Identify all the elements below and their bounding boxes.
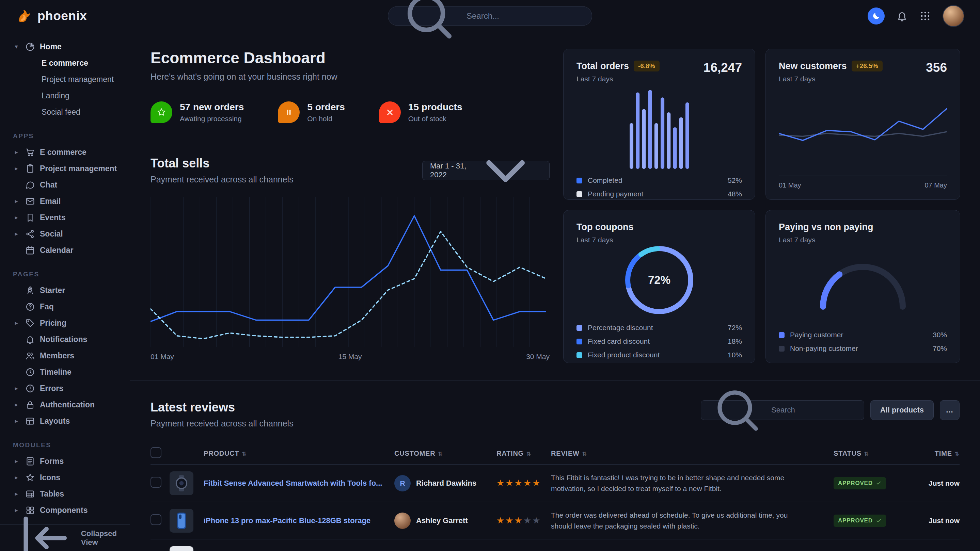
global-search[interactable]	[388, 6, 592, 26]
column-header-status[interactable]: STATUS⇅	[834, 449, 912, 457]
sidebar-item-calendar[interactable]: Calendar	[0, 242, 130, 258]
product-image[interactable]	[170, 472, 193, 495]
sidebar-item-forms[interactable]: ▸Forms	[0, 453, 130, 469]
sidebar-item-authentication[interactable]: ▸Authentication	[0, 397, 130, 413]
sidebar-item-chat[interactable]: Chat	[0, 177, 130, 193]
sidebar-item-project-management[interactable]: ▸Project management	[0, 160, 130, 177]
rating-stars: ★★★★★	[496, 478, 541, 488]
caret-right-icon: ▸	[12, 401, 21, 408]
apps-grid-button[interactable]	[920, 10, 931, 22]
global-search-input[interactable]	[466, 11, 583, 21]
paying-chart	[779, 244, 947, 323]
theme-toggle-button[interactable]	[868, 8, 885, 24]
row-checkbox[interactable]	[151, 514, 161, 525]
sidebar-item-notifications[interactable]: Notifications	[0, 331, 130, 348]
legend-label: Paying customer	[790, 331, 843, 339]
customer-avatar: R	[394, 475, 410, 491]
sort-icon[interactable]: ⇅	[864, 451, 869, 457]
mail-icon	[25, 196, 35, 206]
sidebar-item-events[interactable]: ▸Events	[0, 209, 130, 225]
column-header-rating[interactable]: RATING⇅	[496, 449, 551, 457]
column-header-review[interactable]: REVIEW⇅	[551, 449, 834, 457]
column-header-time[interactable]: TIME⇅	[912, 449, 959, 457]
caret-right-icon: ▸	[12, 197, 21, 205]
sidebar-item-e-commerce[interactable]: E commerce	[0, 55, 130, 71]
profile-avatar[interactable]	[943, 5, 964, 27]
sidebar-item-project-management[interactable]: Project management	[0, 71, 130, 87]
pie-icon	[25, 42, 35, 52]
sidebar-item-faq[interactable]: Faq	[0, 299, 130, 315]
product-image[interactable]	[170, 509, 193, 533]
product-link[interactable]: iPhone 13 pro max-Pacific Blue-128GB sto…	[204, 516, 394, 525]
product-image[interactable]	[170, 546, 193, 551]
sidebar-item-email[interactable]: ▸Email	[0, 193, 130, 209]
top-coupons-legend: Percentage discount72%Fixed card discoun…	[576, 318, 742, 359]
sidebar-section-apps: APPS	[0, 120, 130, 144]
sidebar-item-social[interactable]: ▸Social	[0, 225, 130, 242]
sidebar-item-starter[interactable]: Starter	[0, 282, 130, 299]
row-checkbox[interactable]	[151, 477, 161, 488]
sidebar-item-label: Tables	[40, 489, 64, 499]
customer-name[interactable]: Ashley Garrett	[416, 516, 468, 525]
total-sells-chart	[151, 197, 550, 347]
all-products-button[interactable]: All products	[870, 400, 934, 420]
sidebar-item-landing[interactable]: Landing	[0, 87, 130, 104]
sort-icon[interactable]: ⇅	[527, 451, 531, 457]
reviews-search[interactable]	[701, 400, 864, 420]
column-header-customer[interactable]: CUSTOMER⇅	[394, 449, 496, 457]
notifications-button[interactable]	[896, 10, 908, 22]
sidebar-item-e-commerce[interactable]: ▸E commerce	[0, 144, 130, 160]
sidebar-item-label: Timeline	[40, 368, 72, 377]
latest-reviews-section: Latest reviews Payment received across a…	[130, 381, 980, 551]
caret-right-icon: ▸	[12, 474, 21, 481]
sidebar-item-label: Faq	[40, 302, 54, 311]
customer-name[interactable]: Richard Dawkins	[416, 479, 476, 488]
bell-icon	[896, 10, 908, 22]
sidebar-item-home[interactable]: ▾Home	[0, 38, 130, 55]
caret-right-icon: ▸	[12, 490, 21, 497]
sidebar-item-label: Project management	[40, 164, 117, 173]
column-header-product[interactable]: PRODUCT⇅	[204, 449, 394, 457]
legend-value: 10%	[728, 351, 742, 359]
product-link[interactable]: Fitbit Sense Advanced Smartwatch with To…	[204, 479, 394, 488]
page-title: Ecommerce Dashboard	[151, 49, 550, 67]
total-orders-badge: -6.8%	[634, 60, 660, 71]
sidebar-item-pricing[interactable]: ▸Pricing	[0, 315, 130, 331]
brand[interactable]: phoenix	[16, 8, 87, 24]
sidebar-item-layouts[interactable]: ▸Layouts	[0, 413, 130, 429]
sidebar-item-label: Social	[40, 229, 63, 238]
select-all-checkbox[interactable]	[151, 447, 161, 458]
collapsed-view-button[interactable]: Collapsed View	[0, 524, 130, 551]
sort-icon[interactable]: ⇅	[582, 451, 587, 457]
legend-swatch	[779, 346, 784, 352]
paying-period: Last 7 days	[779, 236, 947, 244]
caret-right-icon: ▸	[12, 230, 21, 238]
sort-icon[interactable]: ⇅	[242, 451, 247, 457]
sort-icon[interactable]: ⇅	[955, 451, 959, 457]
moon-icon	[871, 11, 881, 21]
sidebar-item-members[interactable]: Members	[0, 348, 130, 364]
caret-right-icon: ▸	[12, 457, 21, 465]
date-range-select[interactable]: Mar 1 - 31, 2022	[422, 161, 550, 180]
sidebar-item-label: E commerce	[40, 148, 86, 157]
total-orders-value: 16,247	[703, 60, 742, 75]
sidebar-item-errors[interactable]: ▸Errors	[0, 380, 130, 397]
legend-swatch	[576, 339, 582, 345]
sidebar-item-tables[interactable]: ▸Tables	[0, 486, 130, 502]
reviews-search-input[interactable]	[771, 406, 857, 414]
legend-swatch	[576, 191, 582, 197]
sidebar-item-social-feed[interactable]: Social feed	[0, 104, 130, 120]
sort-icon[interactable]: ⇅	[438, 451, 443, 457]
new-customers-period: Last 7 days	[779, 75, 883, 83]
sidebar-item-timeline[interactable]: Timeline	[0, 364, 130, 380]
caret-right-icon: ▸	[12, 384, 21, 392]
more-button[interactable]: ...	[940, 400, 959, 420]
sidebar-section-modules: MODULES	[0, 429, 130, 453]
sidebar-item-label: Calendar	[40, 246, 73, 255]
sidebar-item-icons[interactable]: ▸Icons	[0, 469, 130, 486]
star-icon	[25, 473, 35, 483]
stats-row: 57 new ordersAwating processing5 ordersO…	[151, 102, 550, 123]
new-customers-title: New customers	[779, 61, 847, 71]
cart-icon	[25, 148, 35, 157]
rating-stars: ★★★★★	[496, 515, 541, 526]
